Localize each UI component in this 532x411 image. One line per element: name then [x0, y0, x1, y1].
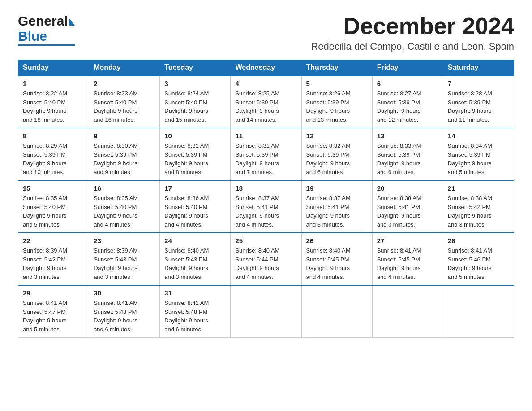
day-info: Sunrise: 8:37 AMSunset: 5:41 PMDaylight:…	[235, 194, 296, 229]
calendar-cell: 24 Sunrise: 8:40 AMSunset: 5:43 PMDaylig…	[160, 233, 231, 285]
calendar-week-row: 8 Sunrise: 8:29 AMSunset: 5:39 PMDayligh…	[18, 128, 514, 180]
calendar-cell: 3 Sunrise: 8:24 AMSunset: 5:40 PMDayligh…	[160, 76, 231, 128]
calendar-header-friday: Friday	[372, 60, 443, 76]
calendar-cell: 21 Sunrise: 8:38 AMSunset: 5:42 PMDaylig…	[443, 180, 514, 233]
day-number: 3	[164, 80, 226, 87]
day-number: 14	[448, 132, 509, 140]
day-number: 15	[23, 184, 84, 192]
day-number: 4	[235, 80, 296, 87]
day-number: 12	[306, 132, 368, 140]
calendar-cell	[231, 285, 301, 338]
day-info: Sunrise: 8:41 AMSunset: 5:47 PMDaylight:…	[23, 299, 84, 334]
calendar-header-thursday: Thursday	[301, 60, 372, 76]
day-info: Sunrise: 8:32 AMSunset: 5:39 PMDaylight:…	[306, 141, 368, 176]
calendar-cell: 19 Sunrise: 8:37 AMSunset: 5:41 PMDaylig…	[301, 180, 372, 233]
calendar-cell: 14 Sunrise: 8:34 AMSunset: 5:39 PMDaylig…	[443, 128, 514, 180]
calendar-week-row: 22 Sunrise: 8:39 AMSunset: 5:42 PMDaylig…	[18, 233, 514, 285]
calendar-header-row: SundayMondayTuesdayWednesdayThursdayFrid…	[18, 60, 514, 76]
day-number: 24	[164, 237, 226, 244]
calendar-week-row: 15 Sunrise: 8:35 AMSunset: 5:40 PMDaylig…	[18, 180, 514, 233]
day-number: 18	[235, 184, 296, 192]
calendar-cell: 26 Sunrise: 8:40 AMSunset: 5:45 PMDaylig…	[301, 233, 372, 285]
day-info: Sunrise: 8:26 AMSunset: 5:39 PMDaylight:…	[306, 89, 368, 124]
day-number: 13	[377, 132, 438, 140]
day-number: 22	[23, 237, 84, 244]
day-number: 8	[23, 132, 84, 140]
logo: General Blue	[18, 13, 75, 46]
calendar-header-wednesday: Wednesday	[231, 60, 301, 76]
calendar-cell: 4 Sunrise: 8:25 AMSunset: 5:39 PMDayligh…	[231, 76, 301, 128]
day-number: 25	[235, 237, 296, 244]
calendar-cell: 8 Sunrise: 8:29 AMSunset: 5:39 PMDayligh…	[18, 128, 89, 180]
logo-blue-text: Blue	[18, 29, 47, 44]
day-info: Sunrise: 8:31 AMSunset: 5:39 PMDaylight:…	[235, 141, 296, 176]
day-number: 1	[23, 80, 84, 87]
day-number: 2	[94, 80, 155, 87]
calendar-cell: 22 Sunrise: 8:39 AMSunset: 5:42 PMDaylig…	[18, 233, 89, 285]
calendar-cell	[372, 285, 443, 338]
day-number: 30	[94, 289, 155, 297]
calendar-cell: 11 Sunrise: 8:31 AMSunset: 5:39 PMDaylig…	[231, 128, 301, 180]
calendar-cell: 18 Sunrise: 8:37 AMSunset: 5:41 PMDaylig…	[231, 180, 301, 233]
day-number: 11	[235, 132, 296, 140]
day-number: 31	[164, 289, 226, 297]
day-info: Sunrise: 8:27 AMSunset: 5:39 PMDaylight:…	[377, 89, 438, 124]
calendar-week-row: 29 Sunrise: 8:41 AMSunset: 5:47 PMDaylig…	[18, 285, 514, 338]
day-info: Sunrise: 8:36 AMSunset: 5:40 PMDaylight:…	[164, 194, 226, 229]
day-info: Sunrise: 8:30 AMSunset: 5:39 PMDaylight:…	[94, 141, 155, 176]
day-info: Sunrise: 8:40 AMSunset: 5:43 PMDaylight:…	[164, 246, 226, 281]
day-number: 21	[448, 184, 509, 192]
location-title: Redecilla del Campo, Castille and Leon, …	[311, 41, 514, 52]
calendar-cell: 20 Sunrise: 8:38 AMSunset: 5:41 PMDaylig…	[372, 180, 443, 233]
calendar-header-sunday: Sunday	[18, 60, 89, 76]
calendar-cell: 15 Sunrise: 8:35 AMSunset: 5:40 PMDaylig…	[18, 180, 89, 233]
calendar-cell: 27 Sunrise: 8:41 AMSunset: 5:45 PMDaylig…	[372, 233, 443, 285]
calendar-cell	[301, 285, 372, 338]
day-number: 23	[94, 237, 155, 244]
calendar-cell: 31 Sunrise: 8:41 AMSunset: 5:48 PMDaylig…	[160, 285, 231, 338]
calendar-cell: 16 Sunrise: 8:35 AMSunset: 5:40 PMDaylig…	[89, 180, 160, 233]
day-number: 29	[23, 289, 84, 297]
calendar-cell: 25 Sunrise: 8:40 AMSunset: 5:44 PMDaylig…	[231, 233, 301, 285]
day-info: Sunrise: 8:37 AMSunset: 5:41 PMDaylight:…	[306, 194, 368, 229]
day-info: Sunrise: 8:35 AMSunset: 5:40 PMDaylight:…	[94, 194, 155, 229]
day-number: 7	[448, 80, 509, 87]
day-number: 5	[306, 80, 368, 87]
calendar-cell: 30 Sunrise: 8:41 AMSunset: 5:48 PMDaylig…	[89, 285, 160, 338]
day-info: Sunrise: 8:29 AMSunset: 5:39 PMDaylight:…	[23, 141, 84, 176]
day-info: Sunrise: 8:40 AMSunset: 5:45 PMDaylight:…	[306, 246, 368, 281]
day-number: 9	[94, 132, 155, 140]
day-info: Sunrise: 8:39 AMSunset: 5:42 PMDaylight:…	[23, 246, 84, 281]
page-header: General Blue December 2024 Redecilla del…	[18, 13, 514, 52]
logo-general-text: General	[18, 13, 68, 29]
day-info: Sunrise: 8:24 AMSunset: 5:40 PMDaylight:…	[164, 89, 226, 124]
title-block: December 2024 Redecilla del Campo, Casti…	[311, 13, 514, 52]
day-info: Sunrise: 8:41 AMSunset: 5:48 PMDaylight:…	[164, 299, 226, 334]
calendar-cell: 10 Sunrise: 8:31 AMSunset: 5:39 PMDaylig…	[160, 128, 231, 180]
calendar-week-row: 1 Sunrise: 8:22 AMSunset: 5:40 PMDayligh…	[18, 76, 514, 128]
calendar-cell	[443, 285, 514, 338]
logo-arrow-icon	[69, 17, 75, 26]
calendar-cell: 17 Sunrise: 8:36 AMSunset: 5:40 PMDaylig…	[160, 180, 231, 233]
day-number: 19	[306, 184, 368, 192]
day-info: Sunrise: 8:41 AMSunset: 5:45 PMDaylight:…	[377, 246, 438, 281]
calendar-cell: 9 Sunrise: 8:30 AMSunset: 5:39 PMDayligh…	[89, 128, 160, 180]
calendar-cell: 5 Sunrise: 8:26 AMSunset: 5:39 PMDayligh…	[301, 76, 372, 128]
day-number: 10	[164, 132, 226, 140]
day-number: 16	[94, 184, 155, 192]
day-info: Sunrise: 8:22 AMSunset: 5:40 PMDaylight:…	[23, 89, 84, 124]
calendar-header-monday: Monday	[89, 60, 160, 76]
calendar-cell: 12 Sunrise: 8:32 AMSunset: 5:39 PMDaylig…	[301, 128, 372, 180]
day-info: Sunrise: 8:31 AMSunset: 5:39 PMDaylight:…	[164, 141, 226, 176]
day-info: Sunrise: 8:34 AMSunset: 5:39 PMDaylight:…	[448, 141, 509, 176]
calendar-cell: 7 Sunrise: 8:28 AMSunset: 5:39 PMDayligh…	[443, 76, 514, 128]
day-info: Sunrise: 8:41 AMSunset: 5:48 PMDaylight:…	[94, 299, 155, 334]
day-info: Sunrise: 8:28 AMSunset: 5:39 PMDaylight:…	[448, 89, 509, 124]
calendar-cell: 2 Sunrise: 8:23 AMSunset: 5:40 PMDayligh…	[89, 76, 160, 128]
day-info: Sunrise: 8:25 AMSunset: 5:39 PMDaylight:…	[235, 89, 296, 124]
day-info: Sunrise: 8:41 AMSunset: 5:46 PMDaylight:…	[448, 246, 509, 281]
day-info: Sunrise: 8:40 AMSunset: 5:44 PMDaylight:…	[235, 246, 296, 281]
calendar-table: SundayMondayTuesdayWednesdayThursdayFrid…	[18, 60, 514, 338]
calendar-header-saturday: Saturday	[443, 60, 514, 76]
day-info: Sunrise: 8:23 AMSunset: 5:40 PMDaylight:…	[94, 89, 155, 124]
